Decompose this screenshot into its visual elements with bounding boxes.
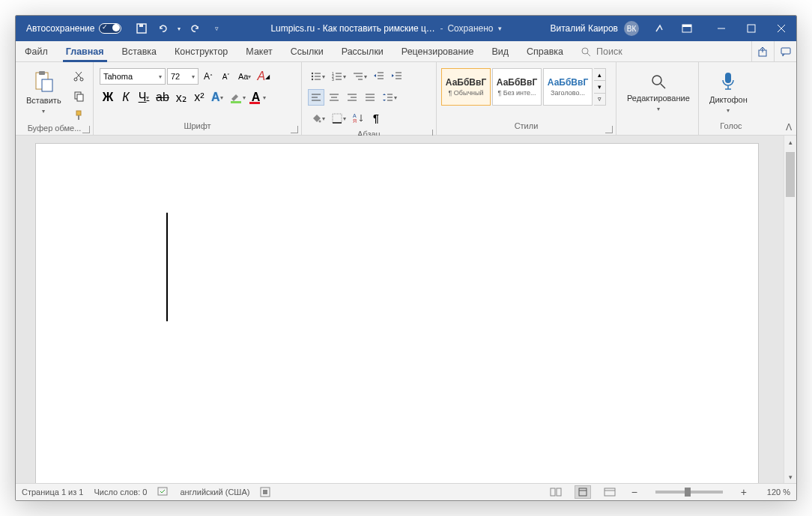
clear-format-button[interactable]: A◢ [255, 68, 272, 85]
save-icon[interactable] [133, 20, 150, 37]
shading-button[interactable]: ▾ [308, 110, 327, 127]
tab-layout[interactable]: Макет [237, 41, 281, 61]
tab-insert[interactable]: Вставка [113, 41, 166, 61]
borders-button[interactable]: ▾ [329, 110, 348, 127]
align-right-button[interactable] [344, 89, 360, 106]
numbering-button[interactable]: 123▾ [329, 68, 348, 85]
styles-more-icon[interactable]: ▿ [594, 94, 605, 105]
dictate-button[interactable]: Диктофон ▾ [703, 65, 754, 119]
font-name-combo[interactable]: Tahoma▾ [100, 68, 166, 85]
editing-button[interactable]: Редактирование ▾ [621, 65, 696, 119]
tab-home[interactable]: Главная [57, 41, 113, 61]
tab-view[interactable]: Вид [482, 41, 518, 61]
user-account[interactable]: Виталий Каиров ВК [542, 16, 646, 41]
page-indicator[interactable]: Страница 1 из 1 [22, 488, 83, 497]
qat-customize-icon[interactable]: ▿ [208, 20, 225, 37]
page[interactable] [35, 143, 759, 483]
spellcheck-icon[interactable] [157, 487, 169, 497]
autosave-label: Автосохранение [26, 23, 94, 34]
document-area: ▴ ▾ [16, 136, 796, 483]
increase-indent-button[interactable] [389, 68, 405, 85]
multilevel-button[interactable]: ▾ [350, 68, 369, 85]
font-launcher[interactable] [291, 126, 298, 133]
scroll-down-icon[interactable]: ▾ [784, 470, 796, 483]
shrink-font-button[interactable]: A˅ [218, 68, 234, 85]
svg-rect-22 [78, 115, 79, 120]
bullets-button[interactable]: ▾ [308, 68, 327, 85]
tab-help[interactable]: Справка [518, 41, 572, 61]
style-normal[interactable]: АаБбВвГ ¶ Обычный [441, 68, 491, 106]
show-marks-button[interactable]: ¶ [368, 110, 384, 127]
view-read-button[interactable] [548, 485, 564, 499]
font-size-value: 72 [171, 72, 180, 81]
zoom-out-button[interactable]: − [628, 486, 640, 498]
svg-rect-61 [333, 114, 342, 123]
highlight-button[interactable]: ▾ [227, 89, 248, 106]
undo-dropdown-icon[interactable]: ▾ [175, 20, 183, 37]
share-button[interactable] [751, 41, 774, 61]
close-button[interactable] [766, 16, 796, 41]
bold-button[interactable]: Ж [100, 89, 116, 106]
tab-file[interactable]: Файл [16, 41, 57, 61]
tab-mailings[interactable]: Рассылки [333, 41, 393, 61]
scroll-up-icon[interactable]: ▴ [784, 136, 796, 148]
minimize-button[interactable] [706, 16, 736, 41]
change-case-button[interactable]: Aa▾ [236, 68, 253, 85]
svg-rect-67 [725, 73, 731, 83]
redo-button[interactable] [187, 20, 204, 37]
search-icon [580, 46, 592, 58]
font-size-combo[interactable]: 72▾ [167, 68, 199, 85]
underline-button[interactable]: Ч▾ [136, 89, 152, 106]
text-cursor [166, 213, 168, 321]
styles-launcher[interactable] [605, 126, 613, 133]
copy-button[interactable] [70, 88, 87, 104]
status-bar: Страница 1 из 1 Число слов: 0 английский… [16, 483, 796, 500]
macro-icon[interactable] [260, 487, 270, 497]
view-web-button[interactable] [602, 485, 618, 499]
maximize-button[interactable] [736, 16, 766, 41]
comments-button[interactable] [774, 41, 796, 61]
subscript-button[interactable]: x₂ [173, 89, 190, 106]
view-print-button[interactable] [575, 485, 591, 499]
line-spacing-button[interactable]: ▾ [380, 89, 399, 106]
zoom-slider[interactable] [655, 491, 723, 494]
collapse-ribbon-icon[interactable]: ᐱ [786, 122, 792, 133]
word-count[interactable]: Число слов: 0 [94, 488, 147, 497]
svg-rect-14 [42, 79, 52, 91]
align-left-button[interactable] [308, 89, 324, 106]
tab-review[interactable]: Рецензирование [393, 41, 483, 61]
strike-button[interactable]: ab [154, 89, 172, 106]
coming-soon-icon[interactable] [651, 20, 667, 37]
save-status-dropdown-icon[interactable]: ▾ [498, 25, 502, 32]
zoom-value[interactable]: 120 % [760, 488, 790, 497]
zoom-knob[interactable] [685, 488, 691, 497]
sort-button[interactable]: AЯ [350, 110, 366, 127]
cut-button[interactable] [70, 68, 87, 85]
style-no-spacing[interactable]: АаБбВвГ ¶ Без инте... [492, 68, 542, 106]
tab-references[interactable]: Ссылки [282, 41, 333, 61]
styles-up-icon[interactable]: ▴ [594, 69, 605, 81]
grow-font-button[interactable]: A˄ [200, 68, 216, 85]
superscript-button[interactable]: x² [191, 89, 207, 106]
tab-design[interactable]: Конструктор [166, 41, 237, 61]
justify-button[interactable] [362, 89, 378, 106]
font-color-button[interactable]: A▾ [249, 89, 269, 106]
clipboard-launcher[interactable] [82, 126, 90, 133]
svg-line-17 [76, 72, 82, 78]
align-center-button[interactable] [326, 89, 342, 106]
scroll-thumb[interactable] [786, 152, 795, 197]
styles-down-icon[interactable]: ▾ [594, 81, 605, 93]
vertical-scrollbar[interactable]: ▴ ▾ [784, 136, 796, 483]
style-heading1[interactable]: АаБбВвГ Заголово... [543, 68, 593, 106]
zoom-in-button[interactable]: + [738, 486, 750, 498]
text-effects-button[interactable]: A▾ [209, 89, 225, 106]
search-box[interactable]: Поиск [572, 41, 630, 61]
format-painter-button[interactable] [70, 107, 87, 124]
paste-button[interactable]: Вставить ▾ [20, 65, 67, 119]
decrease-indent-button[interactable] [371, 68, 387, 85]
language-indicator[interactable]: английский (США) [180, 488, 249, 497]
ribbon-display-button[interactable] [672, 16, 702, 41]
undo-button[interactable] [154, 20, 171, 37]
italic-button[interactable]: К [118, 89, 134, 106]
autosave-toggle[interactable]: Автосохранение ✓ [16, 16, 129, 41]
